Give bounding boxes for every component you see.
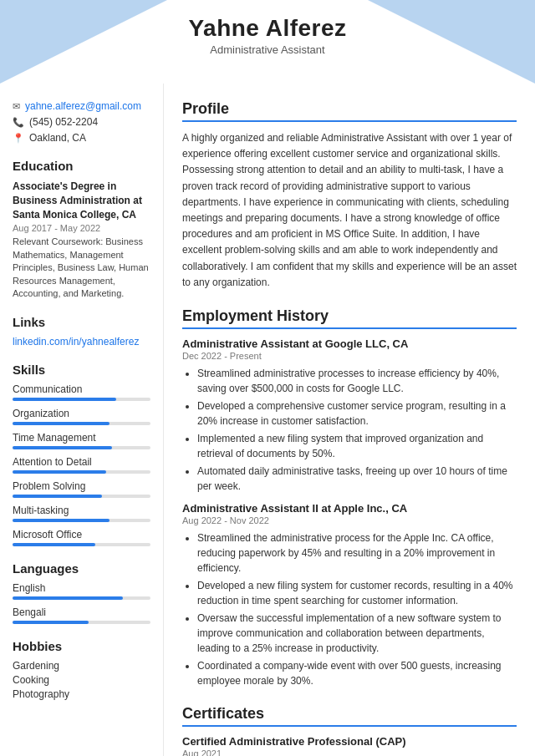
language-bar-bg	[13, 621, 150, 624]
skill-bar-bg	[13, 446, 150, 449]
sidebar: ✉ yahne.alferez@gmail.com 📞 (545) 052-22…	[0, 84, 163, 756]
language-bar-fill	[13, 621, 89, 624]
skill-bar-fill	[13, 470, 106, 474]
job-title: Administrative Assistant II at Apple Inc…	[182, 502, 517, 515]
job-bullet: Implemented a new filing system that imp…	[197, 431, 517, 461]
language-item: English	[13, 582, 150, 600]
skill-item: Organization	[13, 408, 150, 425]
phone-icon: 📞	[13, 117, 24, 128]
skill-item: Microsoft Office	[13, 529, 150, 546]
language-label: Bengali	[13, 606, 150, 618]
location-item: 📍 Oakland, CA	[13, 132, 150, 144]
hobby-item: Gardening	[13, 660, 150, 672]
language-bar-bg	[13, 596, 150, 600]
skills-section: Skills Communication Organization Time M…	[13, 363, 150, 546]
skill-label: Attention to Detail	[13, 456, 150, 468]
education-title: Education	[13, 159, 150, 173]
linkedin-link[interactable]: linkedin.com/in/yahnealferez	[13, 336, 139, 348]
email-icon: ✉	[13, 101, 20, 112]
job-bullet: Streamlined the administrative process f…	[197, 530, 517, 576]
job-dates: Aug 2022 - Nov 2022	[182, 515, 517, 525]
linkedin-link-item: linkedin.com/in/yahnealferez	[13, 336, 150, 348]
job-bullet: Oversaw the successful implementation of…	[197, 611, 517, 656]
education-section: Education Associate's Degree in Business…	[13, 159, 150, 300]
profile-section: Profile A highly organized and reliable …	[182, 100, 517, 291]
phone-item: 📞 (545) 052-2204	[13, 116, 150, 128]
skill-bar-bg	[13, 519, 150, 522]
hobbies-title: Hobbies	[13, 639, 150, 653]
main-layout: ✉ yahne.alferez@gmail.com 📞 (545) 052-22…	[0, 84, 535, 756]
job-entry: Administrative Assistant II at Apple Inc…	[182, 502, 517, 688]
education-coursework: Relevant Coursework: Business Mathematic…	[13, 236, 150, 300]
hobby-item: Cooking	[13, 674, 150, 686]
job-bullet: Streamlined administrative processes to …	[197, 366, 517, 396]
skill-item: Time Management	[13, 432, 150, 449]
location-text: Oakland, CA	[29, 132, 86, 144]
skill-item: Attention to Detail	[13, 456, 150, 474]
job-bullet: Automated daily administrative tasks, fr…	[197, 464, 517, 494]
header: Yahne Alferez Administrative Assistant	[0, 0, 535, 84]
languages-title: Languages	[13, 561, 150, 576]
skill-label: Communication	[13, 383, 150, 395]
phone-text: (545) 052-2204	[29, 116, 98, 128]
skill-label: Problem Solving	[13, 480, 150, 492]
contact-section: ✉ yahne.alferez@gmail.com 📞 (545) 052-22…	[13, 100, 150, 144]
certificates-title: Certificates	[182, 705, 517, 727]
employment-title: Employment History	[182, 307, 517, 329]
candidate-name: Yahne Alferez	[0, 15, 535, 42]
skill-label: Multi-tasking	[13, 505, 150, 516]
skill-item: Communication	[13, 383, 150, 401]
skill-bar-fill	[13, 495, 102, 498]
job-entry: Administrative Assistant at Google LLC, …	[182, 337, 517, 494]
links-section: Links linkedin.com/in/yahnealferez	[13, 315, 150, 348]
profile-text: A highly organized and reliable Administ…	[182, 130, 517, 291]
skill-bar-fill	[13, 446, 112, 449]
employment-section: Employment History Administrative Assist…	[182, 307, 517, 688]
job-title: Administrative Assistant at Google LLC, …	[182, 337, 517, 350]
skill-bar-bg	[13, 543, 150, 546]
education-dates: Aug 2017 - May 2022	[13, 223, 150, 233]
job-bullets: Streamlined the administrative process f…	[182, 530, 517, 688]
job-dates: Dec 2022 - Present	[182, 351, 517, 361]
skill-item: Multi-tasking	[13, 505, 150, 522]
skill-label: Microsoft Office	[13, 529, 150, 540]
job-bullets: Streamlined administrative processes to …	[182, 366, 517, 494]
skill-bar-fill	[13, 398, 116, 401]
job-bullet: Developed a new filing system for custom…	[197, 578, 517, 608]
profile-title: Profile	[182, 100, 517, 122]
language-item: Bengali	[13, 606, 150, 624]
hobbies-section: Hobbies GardeningCookingPhotography	[13, 639, 150, 700]
skill-label: Organization	[13, 408, 150, 419]
job-bullet: Developed a comprehensive customer servi…	[197, 398, 517, 429]
skill-bar-bg	[13, 422, 150, 425]
main-content: Profile A highly organized and reliable …	[163, 84, 535, 756]
email-item: ✉ yahne.alferez@gmail.com	[13, 100, 150, 112]
cert-entry: Certified Administrative Professional (C…	[182, 735, 517, 756]
skill-bar-fill	[13, 422, 110, 425]
education-degree: Associate's Degree in Business Administr…	[13, 180, 150, 221]
hobby-item: Photography	[13, 688, 150, 700]
language-label: English	[13, 582, 150, 594]
languages-section: Languages English Bengali	[13, 561, 150, 624]
skill-item: Problem Solving	[13, 480, 150, 498]
location-icon: 📍	[13, 133, 24, 144]
certificates-section: Certificates Certified Administrative Pr…	[182, 705, 517, 756]
skills-title: Skills	[13, 363, 150, 377]
email-link[interactable]: yahne.alferez@gmail.com	[25, 100, 141, 112]
skill-bar-fill	[13, 519, 110, 522]
skill-bar-bg	[13, 470, 150, 474]
candidate-title: Administrative Assistant	[0, 43, 535, 56]
skill-label: Time Management	[13, 432, 150, 444]
links-title: Links	[13, 315, 150, 329]
language-bar-fill	[13, 596, 123, 600]
cert-date: Aug 2021	[182, 748, 517, 756]
skill-bar-fill	[13, 543, 95, 546]
job-bullet: Coordinated a company-wide event with ov…	[197, 658, 517, 688]
skill-bar-bg	[13, 398, 150, 401]
cert-title: Certified Administrative Professional (C…	[182, 735, 517, 748]
skill-bar-bg	[13, 495, 150, 498]
